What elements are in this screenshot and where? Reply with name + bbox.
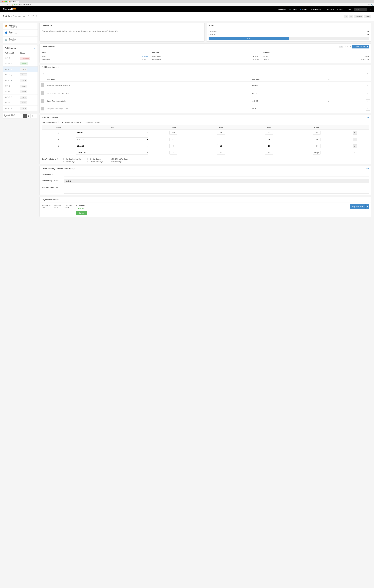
box-remove-button[interactable]: ✕ xyxy=(353,151,357,154)
extra-print-option[interactable]: Christmas Savings xyxy=(88,161,103,163)
barcode-clear-icon[interactable]: × xyxy=(367,72,368,74)
box-weight-input[interactable] xyxy=(313,151,321,155)
capture-fulfill-caret[interactable]: ▾ xyxy=(366,45,369,48)
edit-button[interactable]: ✎ Edit xyxy=(364,15,371,18)
box-weight-input[interactable] xyxy=(313,131,321,135)
print-button[interactable]: 🖨 xyxy=(349,15,353,18)
box-type-select[interactable]: Custom xyxy=(76,131,149,135)
close-window[interactable] xyxy=(1,1,3,2)
pagination-button[interactable]: 1 xyxy=(23,114,27,118)
col-fulfillment[interactable]: Fulfillment ⇅ xyxy=(5,52,20,54)
trash-icon[interactable]: 🗑 xyxy=(349,46,351,48)
box-depth-input[interactable] xyxy=(265,151,273,155)
extra-print-option[interactable]: Birthday Coupon xyxy=(88,158,103,160)
item-qty-input[interactable] xyxy=(366,92,370,95)
info-icon[interactable]: ⓘ xyxy=(57,180,59,181)
pagination-button[interactable]: 2 xyxy=(27,114,30,118)
home-button[interactable]: ⌂ xyxy=(9,4,10,6)
delete-button[interactable]: 🗑 Delete xyxy=(354,15,363,18)
box-type-select[interactable]: 45x10x34 xyxy=(76,137,149,141)
fulfillment-row[interactable]: 383745 💬Ready xyxy=(3,94,38,100)
fulfillment-row[interactable]: 383745Unfulfillable xyxy=(3,55,38,61)
forward-button[interactable]: → xyxy=(4,4,6,6)
info-icon[interactable]: ⓘ xyxy=(52,173,54,175)
info-icon[interactable]: ⓘ xyxy=(73,168,75,169)
box-width-input[interactable] xyxy=(217,131,225,135)
info-icon[interactable]: ⓘ xyxy=(58,122,59,123)
wrench-icon[interactable]: 🔧 xyxy=(371,4,373,6)
box-height-input[interactable] xyxy=(170,151,177,155)
col-status[interactable]: Status xyxy=(20,52,35,54)
box-remove-button[interactable]: ✕ xyxy=(353,138,357,141)
box-remove-button[interactable]: ✕ xyxy=(353,144,357,148)
fulfillment-row[interactable]: 383745 💬Ready xyxy=(3,78,38,83)
custom-hide-link[interactable]: Hide xyxy=(366,168,369,169)
comment-badge[interactable]: 2 💬 xyxy=(339,46,343,48)
box-height-input[interactable] xyxy=(170,131,177,135)
fulfillment-row[interactable]: 383745 💬Ready xyxy=(3,72,38,78)
shipping-hide-link[interactable]: Hide xyxy=(366,116,369,118)
email-button[interactable]: ✉ xyxy=(344,15,348,18)
item-qty-input[interactable] xyxy=(366,84,370,87)
nav-config[interactable]: ⚙Config xyxy=(337,9,343,10)
capture-button[interactable]: Capture xyxy=(76,211,87,215)
url-box[interactable]: 🔒 https:// www.slatwall.com xyxy=(11,4,367,6)
carrier-select[interactable]: -Select- xyxy=(64,179,369,183)
account-link[interactable]: Tom Evens xyxy=(140,56,148,57)
maximize-window[interactable] xyxy=(5,1,7,2)
radio-generate[interactable]: Generate Shipping Label(s) xyxy=(62,122,83,123)
box-width-input[interactable] xyxy=(217,151,225,155)
external-link-icon[interactable]: ⇱ xyxy=(370,9,371,10)
nav-tools[interactable]: ⊔Tools xyxy=(346,9,351,10)
search-input[interactable] xyxy=(354,8,367,11)
nav-orders[interactable]: 🛒Orders xyxy=(289,9,297,10)
pagination-button[interactable]: » xyxy=(34,114,38,118)
capture-fulfill-button[interactable]: Capture & Fulfill xyxy=(352,45,366,48)
pagination-button[interactable]: « xyxy=(20,114,23,118)
barcode-input[interactable]: |||||| × xyxy=(42,71,369,76)
nav-products[interactable]: 🏷Products xyxy=(278,9,286,10)
browser-tab[interactable]: Slatwall × xyxy=(8,0,19,3)
fulfillment-row[interactable]: 383745Ready xyxy=(3,100,38,106)
extra-print-option[interactable]: 15% Off Next Purchase xyxy=(109,158,128,160)
extra-print-option[interactable]: ✓Standard Packing Slip xyxy=(63,158,81,160)
box-type-select[interactable]: 10x10x10 xyxy=(76,144,149,148)
arrival-textarea[interactable] xyxy=(64,186,369,194)
box-weight-input[interactable] xyxy=(313,144,321,148)
box-depth-input[interactable] xyxy=(265,131,273,135)
expand-icon[interactable]: ⤢ xyxy=(34,47,35,49)
capture-fulfill-button-2[interactable]: Capture & Fulfill xyxy=(350,204,365,209)
extra-print-option[interactable]: Easter Savings xyxy=(109,161,128,163)
box-depth-input[interactable] xyxy=(265,144,273,148)
close-tab-icon[interactable]: × xyxy=(17,1,18,2)
box-weight-input[interactable] xyxy=(313,138,321,141)
box-width-input[interactable] xyxy=(217,138,225,141)
nav-accounts[interactable]: 👤Accounts xyxy=(299,9,308,10)
nav-integrations[interactable]: ⇄Integrations xyxy=(324,9,334,10)
box-depth-input[interactable] xyxy=(265,138,273,141)
fulfillment-row[interactable]: 383745 💬Ready xyxy=(3,66,38,72)
info-icon[interactable]: ⓘ xyxy=(58,66,59,68)
packer-input[interactable] xyxy=(64,173,369,177)
extra-print-option[interactable]: April Savings xyxy=(63,161,81,163)
brand-logo[interactable]: Slatwall xyxy=(3,8,16,11)
fulfillment-row[interactable]: 383745Ready xyxy=(3,83,38,89)
box-height-input[interactable] xyxy=(170,144,177,148)
info-icon[interactable]: ⓘ xyxy=(57,158,58,160)
box-width-input[interactable] xyxy=(217,144,225,148)
fulfillment-row[interactable]: 383745Ready xyxy=(3,89,38,94)
item-qty-input[interactable] xyxy=(366,107,370,111)
minimize-window[interactable] xyxy=(3,1,5,2)
pagination-button[interactable]: 3 xyxy=(30,114,34,118)
star-icon[interactable]: ☆ xyxy=(368,4,370,6)
print-icon[interactable]: 🖨 xyxy=(344,46,346,48)
reload-button[interactable]: ⟳ xyxy=(7,4,8,6)
back-button[interactable]: ← xyxy=(1,4,3,6)
fulfillment-row[interactable]: 383745 💬Fulfilled xyxy=(3,61,38,66)
email-icon[interactable]: ✉ xyxy=(347,46,348,48)
box-height-input[interactable] xyxy=(170,138,177,141)
nav-warehouse[interactable]: ▥Warehouse xyxy=(311,9,321,10)
box-remove-button[interactable]: ✕ xyxy=(353,131,357,135)
item-qty-input[interactable] xyxy=(366,99,370,103)
capture-fulfill-caret-2[interactable]: ▾ xyxy=(365,204,369,209)
